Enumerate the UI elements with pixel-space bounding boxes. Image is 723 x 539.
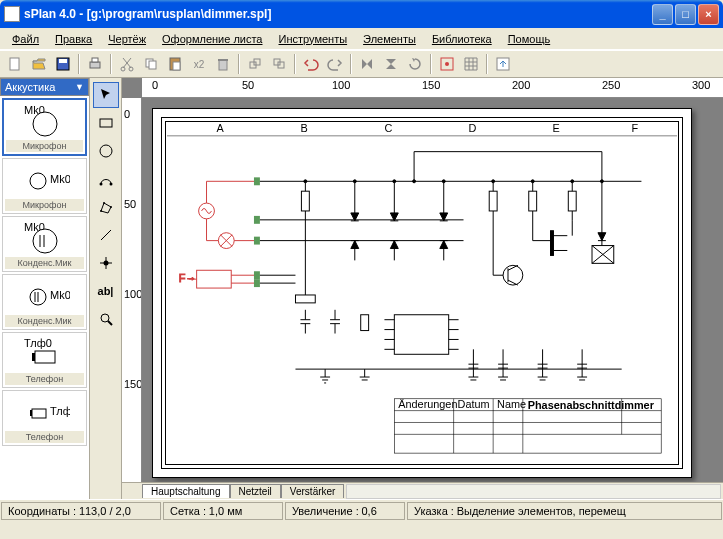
svg-rect-92 — [568, 191, 576, 211]
svg-point-41 — [109, 183, 112, 186]
delete-button[interactable] — [212, 53, 234, 75]
palette-item[interactable]: Тлф0 Телефон — [2, 332, 87, 388]
palette-item-label: Микрофон — [6, 140, 83, 152]
svg-rect-110 — [550, 231, 553, 256]
redo-button[interactable] — [324, 53, 346, 75]
open-button[interactable] — [28, 53, 50, 75]
export-button[interactable] — [492, 53, 514, 75]
rect-tool[interactable] — [93, 110, 119, 136]
menu-file[interactable]: Файл — [4, 31, 47, 47]
svg-point-171 — [492, 180, 495, 183]
svg-point-18 — [445, 62, 449, 66]
palette-item-label: Конденс.Мик — [5, 257, 84, 269]
sheet-tab[interactable]: Hauptschaltung — [142, 484, 230, 498]
maximize-button[interactable]: □ — [675, 4, 696, 25]
svg-point-168 — [353, 180, 356, 183]
svg-text:D: D — [468, 122, 476, 134]
svg-text:Name: Name — [497, 398, 526, 410]
sheet-tab[interactable]: Netzteil — [230, 484, 281, 498]
drawing-sheet: A B C D E F — [152, 108, 692, 478]
svg-rect-38 — [100, 119, 112, 127]
svg-point-48 — [103, 261, 108, 266]
menu-sheet[interactable]: Оформление листа — [154, 31, 270, 47]
svg-text:F: F — [632, 122, 639, 134]
component-palette: Аккустика ▼ Mk0 Микрофон Mk0 Микрофон Mk… — [0, 78, 90, 499]
svg-rect-0 — [10, 58, 19, 70]
menu-bar: Файл Правка Чертёж Оформление листа Инст… — [0, 28, 723, 50]
line-tool[interactable] — [93, 222, 119, 248]
sheet-tab[interactable]: Verstärker — [281, 484, 345, 498]
schematic-content: A B C D E F — [166, 122, 678, 464]
palette-category-tab[interactable]: Аккустика ▼ — [0, 78, 89, 96]
svg-point-43 — [103, 202, 105, 204]
save-button[interactable] — [52, 53, 74, 75]
svg-point-40 — [99, 183, 102, 186]
status-grid: Сетка : 1,0 мм — [163, 502, 283, 520]
palette-item-label: Телефон — [5, 373, 84, 385]
menu-tools[interactable]: Инструменты — [271, 31, 356, 47]
grid-button[interactable] — [460, 53, 482, 75]
svg-rect-76 — [254, 279, 260, 287]
svg-rect-67 — [197, 270, 232, 288]
svg-rect-35 — [32, 409, 46, 418]
svg-text:Datum: Datum — [458, 398, 490, 410]
status-bar: Координаты : 113,0 / 2,0 Сетка : 1,0 мм … — [0, 499, 723, 521]
svg-point-49 — [101, 314, 109, 322]
menu-library[interactable]: Библиотека — [424, 31, 500, 47]
canvas[interactable]: A B C D E F — [142, 98, 723, 482]
menu-edit[interactable]: Правка — [47, 31, 100, 47]
node-tool[interactable] — [93, 250, 119, 276]
copy-button[interactable] — [140, 53, 162, 75]
svg-point-170 — [442, 180, 445, 183]
pointer-tool[interactable] — [93, 82, 119, 108]
palette-item[interactable]: Mk0 Конденс.Мик — [2, 274, 87, 330]
snap-button[interactable] — [436, 53, 458, 75]
svg-line-50 — [108, 321, 112, 325]
svg-point-44 — [110, 206, 112, 208]
palette-item[interactable]: Mk0 Микрофон — [2, 158, 87, 214]
palette-item[interactable]: Mk0 Конденс.Мик — [2, 216, 87, 272]
title-bar: sPlan 4.0 - [g:\program\rusplan\dimmer.s… — [0, 0, 723, 28]
palette-item-label: Микрофон — [5, 199, 84, 211]
toolbar: x2 — [0, 50, 723, 78]
menu-elements[interactable]: Элементы — [355, 31, 424, 47]
cut-button[interactable] — [116, 53, 138, 75]
svg-text:F→: F→ — [179, 272, 197, 284]
rotate-right-button[interactable] — [268, 53, 290, 75]
horizontal-scrollbar[interactable] — [346, 484, 721, 499]
close-button[interactable]: × — [698, 4, 719, 25]
zoom-tool[interactable] — [93, 306, 119, 332]
vertical-ruler: 0 50 100 150 — [122, 98, 142, 482]
special-tool[interactable] — [93, 166, 119, 192]
rotate-button[interactable] — [404, 53, 426, 75]
svg-point-167 — [304, 180, 307, 183]
menu-drawing[interactable]: Чертёж — [100, 31, 154, 47]
svg-point-169 — [393, 180, 396, 183]
svg-rect-4 — [92, 58, 98, 62]
palette-item-label: Телефон — [5, 431, 84, 443]
mirror-v-button[interactable] — [380, 53, 402, 75]
mirror-h-button[interactable] — [356, 53, 378, 75]
undo-button[interactable] — [300, 53, 322, 75]
svg-rect-36 — [30, 410, 32, 416]
circle-tool[interactable] — [93, 138, 119, 164]
svg-point-174 — [600, 180, 603, 183]
minimize-button[interactable]: _ — [652, 4, 673, 25]
svg-point-172 — [531, 180, 534, 183]
palette-item[interactable]: Mk0 Микрофон — [2, 98, 87, 156]
rotate-left-button[interactable] — [244, 53, 266, 75]
svg-point-22 — [30, 173, 46, 189]
svg-point-42 — [100, 210, 102, 212]
polygon-tool[interactable] — [93, 194, 119, 220]
palette-item[interactable]: Тлф0 Телефон — [2, 390, 87, 446]
print-button[interactable] — [84, 53, 106, 75]
paste-button[interactable] — [164, 53, 186, 75]
horizontal-ruler: 0 50 100 150 200 250 300 — [142, 78, 723, 98]
svg-point-175 — [413, 180, 416, 183]
svg-rect-72 — [254, 177, 260, 185]
text-tool[interactable]: ab| — [93, 278, 119, 304]
menu-help[interactable]: Помощь — [500, 31, 559, 47]
new-button[interactable] — [4, 53, 26, 75]
duplicate-button[interactable]: x2 — [188, 53, 210, 75]
svg-text:Тлф0: Тлф0 — [24, 337, 52, 349]
